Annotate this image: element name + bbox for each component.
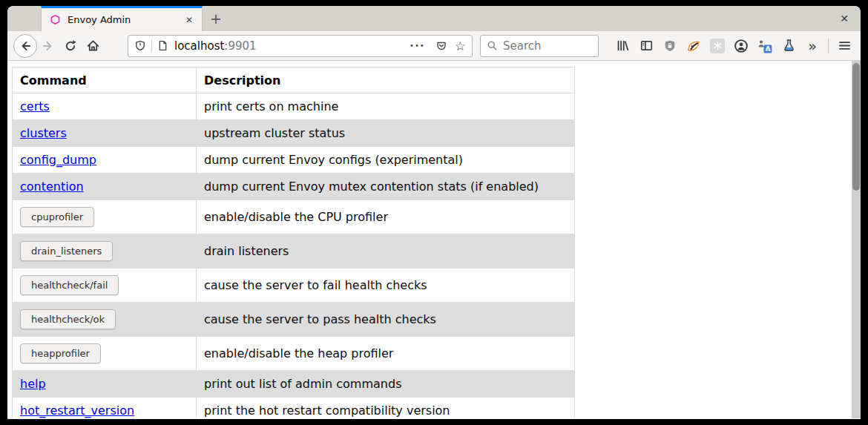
page-content: Command Description certsprint certs on … [7, 61, 861, 418]
command-cell: config_dump [13, 147, 197, 174]
command-cell: heapprofiler [13, 337, 197, 371]
table-row: helpprint out list of admin commands [13, 371, 575, 398]
table-row: clustersupstream cluster status [13, 120, 575, 147]
library-icon[interactable] [612, 35, 633, 57]
url-port: :9901 [224, 39, 256, 53]
command-description: enable/disable the heap profiler [197, 337, 575, 371]
table-row: contentiondump current Envoy mutex conte… [13, 174, 575, 200]
tab-title: Envoy Admin [68, 14, 183, 25]
table-row: cpuprofilerenable/disable the CPU profil… [13, 200, 575, 234]
page-actions-icon[interactable]: ••• [410, 42, 425, 50]
command-cell: cpuprofiler [13, 200, 197, 234]
disabled-extension-icon[interactable] [707, 35, 728, 57]
command-table: Command Description certsprint certs on … [12, 67, 575, 418]
command-button[interactable]: cpuprofiler [20, 207, 94, 227]
command-button[interactable]: drain_listeners [20, 241, 113, 261]
search-box[interactable] [480, 35, 599, 57]
command-cell: clusters [13, 120, 197, 147]
url-bar[interactable]: localhost:9901 ••• ☆ [128, 35, 473, 57]
command-cell: hot_restart_version [13, 398, 197, 419]
command-description: print the hot restart compatibility vers… [197, 398, 575, 419]
command-description: cause the server to pass health checks [197, 303, 575, 337]
command-link[interactable]: contention [20, 179, 84, 194]
command-table-body: certsprint certs on machineclustersupstr… [13, 93, 575, 419]
reload-button[interactable] [59, 35, 82, 57]
overflow-chevron-icon[interactable]: » [802, 35, 823, 57]
page-identity-icon[interactable] [157, 40, 168, 51]
table-row: healthcheck/okcause the server to pass h… [13, 303, 575, 337]
scrollbar-thumb[interactable] [852, 63, 860, 191]
command-cell: healthcheck/fail [13, 268, 197, 303]
url-text: localhost:9901 [174, 39, 404, 53]
pocket-icon[interactable] [435, 40, 447, 52]
search-icon [487, 40, 498, 51]
command-link[interactable]: clusters [20, 126, 67, 140]
command-cell: contention [13, 174, 197, 200]
navigation-toolbar: localhost:9901 ••• ☆ [7, 31, 861, 61]
forward-arrow-icon [42, 39, 55, 53]
command-description: print certs on machine [197, 93, 575, 120]
command-cell: certs [13, 93, 197, 120]
toolbar-icon-row: A » [611, 35, 856, 57]
table-header-row: Command Description [13, 67, 575, 93]
tab-bar: Envoy Admin ✕ + ✕ [7, 6, 861, 31]
hamburger-menu-icon[interactable] [834, 35, 855, 57]
browser-window: Envoy Admin ✕ + ✕ [7, 6, 861, 419]
new-tab-button[interactable]: + [203, 6, 229, 31]
command-description: cause the server to fail health checks [197, 268, 575, 303]
forward-button[interactable] [37, 35, 59, 57]
command-link[interactable]: certs [20, 99, 50, 113]
search-input[interactable] [503, 39, 585, 53]
window-close-icon[interactable]: ✕ [840, 6, 849, 31]
table-row: drain_listenersdrain listeners [13, 234, 575, 268]
command-description: upstream cluster status [197, 120, 575, 147]
back-arrow-icon [19, 39, 32, 53]
privacy-badger-icon[interactable] [683, 35, 704, 57]
command-description: drain listeners [197, 234, 575, 268]
vertical-scrollbar[interactable] [852, 61, 861, 418]
svg-text:A: A [765, 45, 771, 53]
table-row: config_dumpdump current Envoy configs (e… [13, 147, 575, 174]
command-description: enable/disable the CPU profiler [197, 200, 575, 234]
home-icon [86, 39, 100, 53]
urlbar-separator [151, 39, 152, 52]
account-icon[interactable] [731, 35, 752, 57]
shield-lock-icon[interactable] [660, 35, 680, 57]
command-button[interactable]: healthcheck/fail [20, 275, 119, 295]
translate-icon[interactable]: A [754, 35, 775, 57]
command-button[interactable]: heapprofiler [20, 343, 101, 363]
home-button[interactable] [82, 35, 104, 57]
table-row: healthcheck/failcause the server to fail… [13, 268, 575, 303]
url-host: localhost [174, 39, 224, 53]
command-description: dump current Envoy mutex contention stat… [197, 174, 575, 200]
flask-icon[interactable] [778, 35, 799, 57]
command-link[interactable]: config_dump [20, 153, 96, 167]
reload-icon [64, 39, 77, 53]
back-button[interactable] [13, 34, 37, 58]
description-column-header: Description [197, 67, 575, 93]
bookmark-star-icon[interactable]: ☆ [455, 39, 466, 53]
command-cell: help [13, 371, 197, 398]
command-cell: healthcheck/ok [13, 303, 197, 337]
command-button[interactable]: healthcheck/ok [20, 309, 116, 329]
command-description: print out list of admin commands [197, 371, 575, 398]
command-link[interactable]: help [20, 377, 46, 391]
command-description: dump current Envoy configs (experimental… [197, 147, 575, 174]
command-cell: drain_listeners [13, 234, 197, 268]
command-column-header: Command [13, 67, 197, 93]
sidebar-icon[interactable] [636, 35, 657, 57]
table-row: certsprint certs on machine [13, 93, 575, 120]
command-link[interactable]: hot_restart_version [20, 403, 134, 418]
table-row: hot_restart_versionprint the hot restart… [13, 398, 575, 419]
tracking-protection-shield-icon[interactable] [134, 40, 146, 52]
envoy-favicon-icon [50, 14, 61, 25]
table-row: heapprofilerenable/disable the heap prof… [13, 337, 575, 371]
toolbar-divider [828, 39, 829, 53]
tab-envoy-admin[interactable]: Envoy Admin ✕ [41, 6, 203, 31]
tab-close-icon[interactable]: ✕ [183, 13, 196, 27]
pretab-spacer [7, 6, 41, 31]
